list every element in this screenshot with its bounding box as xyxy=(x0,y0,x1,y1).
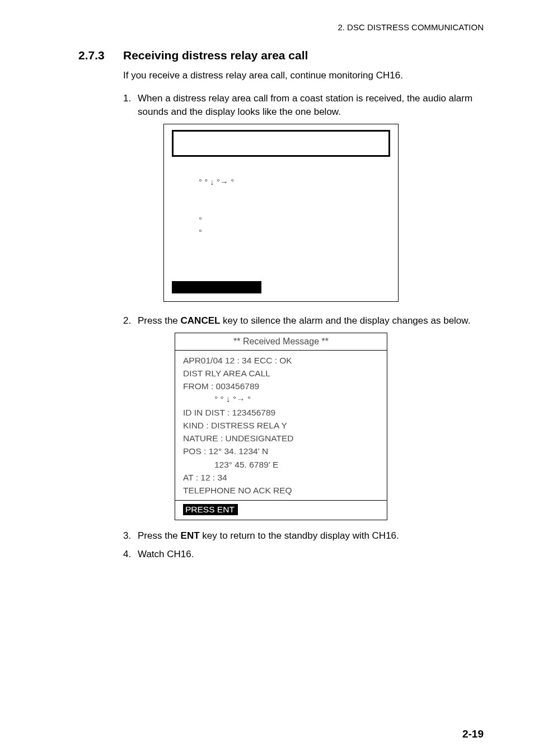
lcd1-body: ° ° ↓ °→ ° ° ° xyxy=(172,162,390,280)
lcd2-line-1: APR01/04 12 : 34 ECC : OK xyxy=(183,354,380,367)
lcd1-deg-row-1: ° xyxy=(199,214,390,227)
lcd1-footer-bar xyxy=(172,281,261,293)
step-1: 1. When a distress relay area call from … xyxy=(123,92,484,119)
ent-key-label: ENT xyxy=(181,530,200,541)
step-number: 4. xyxy=(123,548,138,562)
lcd2-line-4: ° ° ↓ °→ ° xyxy=(214,393,380,405)
lcd2-line-9: 123° 45. 6789' E xyxy=(214,458,380,471)
step3-before: Press the xyxy=(138,530,181,541)
lcd2-line-6: KIND : DISTRESS RELA Y xyxy=(183,419,380,432)
lcd1-footer xyxy=(172,281,390,296)
step-2: 2. Press the CANCEL key to silence the a… xyxy=(123,314,484,328)
lcd2-line-10: AT : 12 : 34 xyxy=(183,471,380,484)
step2-before: Press the xyxy=(138,315,181,326)
step-text: When a distress relay area call from a c… xyxy=(138,92,484,119)
lcd2-title: ** Received Message ** xyxy=(175,333,387,351)
lcd1-deg-row-2: ° xyxy=(199,226,390,239)
lcd-panel-1: ° ° ↓ °→ ° ° ° xyxy=(163,124,399,302)
section-title: Receiving distress relay area call xyxy=(123,49,308,62)
lcd2-line-3: FROM : 003456789 xyxy=(183,380,380,393)
step-text: Watch CH16. xyxy=(138,548,484,562)
lcd2-line-5: ID IN DIST : 123456789 xyxy=(183,406,380,419)
section-heading: 2.7.3 Receiving distress relay area call xyxy=(78,49,484,62)
step-4: 4. Watch CH16. xyxy=(123,548,484,562)
lcd2-line-8: POS : 12° 34. 1234' N xyxy=(183,445,380,458)
cancel-key-label: CANCEL xyxy=(181,315,221,326)
step3-after: key to return to the standby display wit… xyxy=(200,530,399,541)
step2-after: key to silence the alarm and the display… xyxy=(220,315,470,326)
section-number: 2.7.3 xyxy=(78,49,123,62)
step-number: 3. xyxy=(123,529,138,543)
lcd2-line-11: TELEPHONE NO ACK REQ xyxy=(183,484,380,497)
lcd1-arrow-row: ° ° ↓ °→ ° xyxy=(199,176,390,189)
press-ent-badge: PRESS ENT xyxy=(183,504,238,515)
lcd-panel-2: ** Received Message ** APR01/04 12 : 34 … xyxy=(175,333,387,521)
step-3: 3. Press the ENT key to return to the st… xyxy=(123,529,484,543)
step-text: Press the CANCEL key to silence the alar… xyxy=(138,314,484,328)
lcd1-titlebar xyxy=(172,130,390,157)
intro-paragraph: If you receive a distress relay area cal… xyxy=(123,69,484,83)
step-number: 2. xyxy=(123,314,138,328)
lcd2-line-2: DIST RLY AREA CALL xyxy=(183,367,380,380)
lcd2-body: APR01/04 12 : 34 ECC : OK DIST RLY AREA … xyxy=(175,351,387,501)
page-number: 2-19 xyxy=(462,728,484,740)
lcd2-line-7: NATURE : UNDESIGNATED xyxy=(183,432,380,445)
step-number: 1. xyxy=(123,92,138,119)
running-header: 2. DSC DISTRESS COMMUNICATION xyxy=(78,22,484,32)
lcd2-footer: PRESS ENT xyxy=(175,501,387,520)
step-text: Press the ENT key to return to the stand… xyxy=(138,529,484,543)
